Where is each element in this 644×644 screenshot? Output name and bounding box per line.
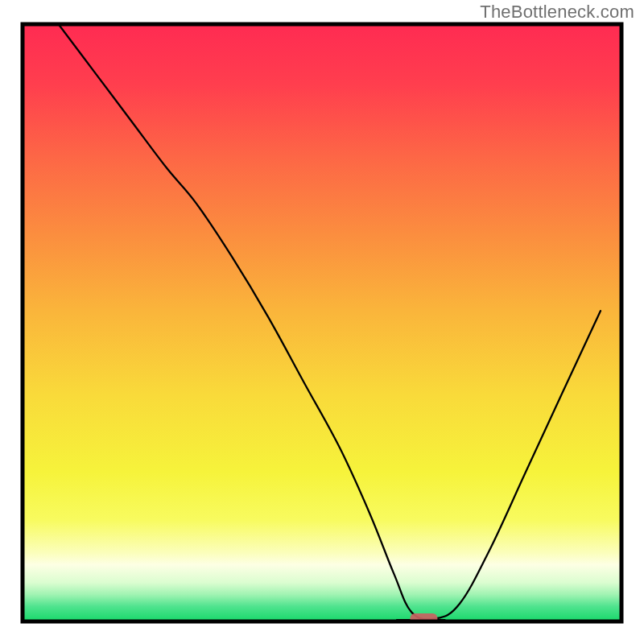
- bottleneck-chart: [0, 0, 644, 644]
- chart-container: TheBottleneck.com: [0, 0, 644, 644]
- watermark-text: TheBottleneck.com: [480, 2, 634, 23]
- svg-rect-1: [23, 24, 621, 621]
